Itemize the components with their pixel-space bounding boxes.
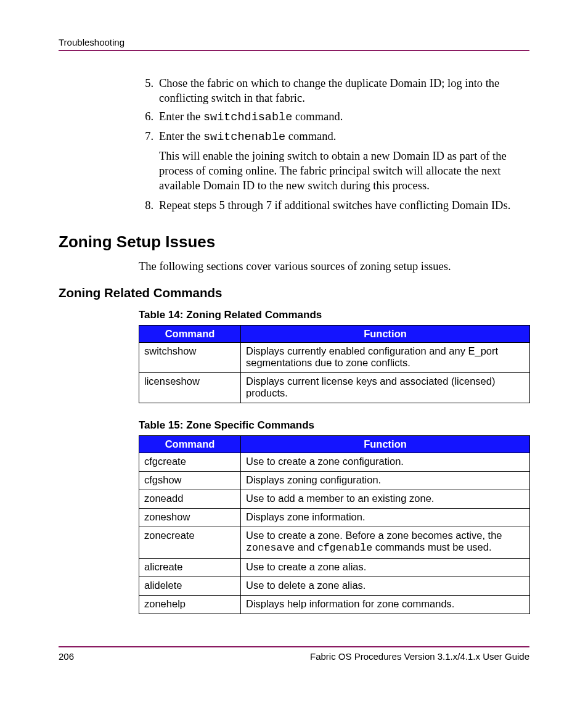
table-row: licenseshow Displays current license key… — [139, 373, 530, 403]
table-row: alidelete Use to delete a zone alias. — [139, 577, 530, 596]
cell-function: Use to create a zone alias. — [241, 559, 530, 577]
step-text-post: command. — [292, 110, 343, 123]
step-number: 7. — [136, 129, 159, 145]
cell-command: zonecreate — [139, 527, 241, 559]
col-header-function: Function — [241, 436, 530, 453]
cell-command: alicreate — [139, 559, 241, 577]
cell-function: Displays zone information. — [241, 509, 530, 527]
step-text: Repeat steps 5 through 7 if additional s… — [159, 198, 529, 213]
cell-text: commands must be used. — [372, 541, 492, 552]
cell-command: licenseshow — [139, 373, 241, 403]
inline-command: switchdisable — [203, 111, 292, 124]
table-row: alicreate Use to create a zone alias. — [139, 559, 530, 577]
table-15: Command Function cfgcreate Use to create… — [139, 435, 530, 614]
header-section: Troubleshooting — [59, 37, 125, 47]
step-text-pre: Enter the — [159, 130, 203, 142]
step-7: 7. Enter the switchenable command. — [59, 129, 529, 145]
step-8: 8. Repeat steps 5 through 7 if additiona… — [59, 198, 529, 213]
cell-function: Displays currently enabled configuration… — [241, 343, 530, 373]
page-number: 206 — [59, 651, 74, 662]
table-row: cfgshow Displays zoning configuration. — [139, 472, 530, 490]
table-14-caption: Table 14: Zoning Related Commands — [139, 309, 529, 321]
step-text: Enter the switchdisable command. — [159, 109, 529, 125]
cell-function: Use to add a member to an existing zone. — [241, 490, 530, 509]
table-14: Command Function switchshow Displays cur… — [139, 325, 530, 403]
table-header-row: Command Function — [139, 436, 530, 453]
step-5: 5. Chose the fabric on which to change t… — [59, 76, 529, 105]
inline-command: zonesave — [246, 542, 295, 554]
col-header-command: Command — [139, 326, 241, 343]
step-text-pre: Enter the — [159, 110, 203, 123]
table-row: zoneshow Displays zone information. — [139, 509, 530, 527]
cell-function: Displays current license keys and associ… — [241, 373, 530, 403]
cell-command: cfgcreate — [139, 453, 241, 472]
step-6: 6. Enter the switchdisable command. — [59, 109, 529, 125]
table-header-row: Command Function — [139, 326, 530, 343]
cell-command: switchshow — [139, 343, 241, 373]
numbered-steps: 5. Chose the fabric on which to change t… — [59, 76, 529, 213]
subsection-heading-zoning-related-commands: Zoning Related Commands — [59, 285, 529, 300]
table-row: zoneadd Use to add a member to an existi… — [139, 490, 530, 509]
cell-function: Use to create a zone. Before a zone beco… — [241, 527, 530, 559]
col-header-function: Function — [241, 326, 530, 343]
table-row: zonecreate Use to create a zone. Before … — [139, 527, 530, 559]
doc-title: Fabric OS Procedures Version 3.1.x/4.1.x… — [310, 651, 529, 662]
section-intro: The following sections cover various sou… — [139, 260, 529, 273]
page-footer: 206 Fabric OS Procedures Version 3.1.x/4… — [59, 646, 529, 662]
cell-function: Use to create a zone configuration. — [241, 453, 530, 472]
step-text-post: command. — [285, 130, 336, 142]
table-row: zonehelp Displays help information for z… — [139, 596, 530, 614]
table-row: cfgcreate Use to create a zone configura… — [139, 453, 530, 472]
step-number: 5. — [136, 76, 159, 105]
step-text: Chose the fabric on which to change the … — [159, 76, 529, 105]
inline-command: cfgenable — [317, 542, 372, 554]
step-number: 8. — [136, 198, 159, 213]
cell-command: alidelete — [139, 577, 241, 596]
section-heading-zoning-setup-issues: Zoning Setup Issues — [59, 232, 529, 252]
cell-text: Use to create a zone. Before a zone beco… — [246, 530, 502, 541]
cell-function: Use to delete a zone alias. — [241, 577, 530, 596]
step-text: Enter the switchenable command. — [159, 129, 529, 145]
table-row: switchshow Displays currently enabled co… — [139, 343, 530, 373]
cell-text: and — [295, 541, 317, 552]
step-7-followup: This will enable the joining switch to o… — [159, 149, 529, 193]
cell-command: zoneshow — [139, 509, 241, 527]
step-number: 6. — [136, 109, 159, 125]
cell-command: zonehelp — [139, 596, 241, 614]
col-header-command: Command — [139, 436, 241, 453]
running-header: Troubleshooting — [59, 37, 529, 51]
cell-function: Displays help information for zone comma… — [241, 596, 530, 614]
cell-command: zoneadd — [139, 490, 241, 509]
table-15-caption: Table 15: Zone Specific Commands — [139, 419, 529, 432]
inline-command: switchenable — [203, 131, 285, 144]
cell-function: Displays zoning configuration. — [241, 472, 530, 490]
cell-command: cfgshow — [139, 472, 241, 490]
